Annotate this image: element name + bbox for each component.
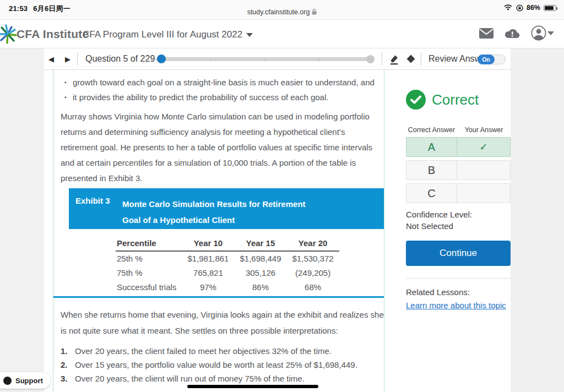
orientation-lock-icon xyxy=(516,4,523,12)
result-status: Correct xyxy=(406,90,511,110)
answer-option-b[interactable]: B xyxy=(406,160,511,180)
correct-check-badge xyxy=(406,90,426,110)
list-item: 3.Over 20 years, the client will run out… xyxy=(61,372,384,385)
question-toolbar: ◀ ▶ Question 5 of 229 Review Answer On xyxy=(44,48,511,70)
progress-tick xyxy=(265,57,265,61)
padlock-icon xyxy=(312,9,317,15)
confidence-label: Confidence Level: xyxy=(406,209,511,220)
answer-option-c[interactable]: C xyxy=(406,183,511,203)
envelope-icon xyxy=(479,28,494,39)
table-row: 25th % $1,981,861 $1,698,449 $1,530,372 xyxy=(116,251,339,265)
app-header: CFA Institute CFA Program Level III for … xyxy=(0,20,564,48)
question-content: it allows the client to specify goals se… xyxy=(53,70,384,392)
highlighter-button[interactable] xyxy=(388,48,400,69)
exhibit-label: Exhibit 3 xyxy=(75,196,122,229)
eraser-icon xyxy=(405,53,416,64)
previous-question-button[interactable]: ◀ xyxy=(48,48,54,69)
divider xyxy=(406,278,511,279)
your-answer-checkmark: ✓ xyxy=(457,138,510,156)
brand-name: CFA Institute xyxy=(17,28,89,41)
answer-column-labels: Correct Answer Your Answer xyxy=(406,126,511,134)
answer-sidebar: Correct Correct Answer Your Answer A ✓ B… xyxy=(406,70,511,311)
related-lesson-link[interactable]: Learn more about this topic xyxy=(406,301,506,310)
screen: 21:536月6日周一 study.cfainstitute.org 86% xyxy=(0,0,564,392)
table-header-row: Percentile Year 10 Year 15 Year 20 xyxy=(116,236,339,251)
answer-option-a[interactable]: A ✓ xyxy=(406,137,511,157)
support-tab[interactable]: Support xyxy=(0,372,51,389)
your-answer-column-label: Your Answer xyxy=(457,126,511,134)
list-item: 2.Over 15 years, the portfolio value wou… xyxy=(61,358,384,372)
table-header: Year 10 xyxy=(182,236,234,251)
panel-border xyxy=(384,70,384,392)
divider xyxy=(77,52,78,66)
your-answer-cell xyxy=(457,161,510,179)
check-icon xyxy=(410,95,421,104)
course-title: CFA Program Level III for August 2022 xyxy=(83,29,242,40)
answer-letter: A xyxy=(406,138,457,156)
toggle-on-label: On xyxy=(478,55,495,64)
exhibit-header: Exhibit 3 Monte Carlo Simulation Results… xyxy=(69,188,384,229)
mail-button[interactable] xyxy=(479,28,494,39)
highlighter-icon xyxy=(388,53,400,65)
continue-button[interactable]: Continue xyxy=(406,241,511,266)
support-icon xyxy=(3,377,12,385)
bullet-icon: ▪ xyxy=(61,79,73,85)
avatar-icon xyxy=(531,25,546,41)
paragraph: Murray shows Virginia how Monte Carlo si… xyxy=(61,109,384,186)
paragraph: Virginia recalls that Murray stated that… xyxy=(61,389,384,392)
bullet-item: ▪it provides the ability to predict the … xyxy=(61,90,384,105)
divider xyxy=(421,52,421,66)
question-counter: Question 5 of 229 xyxy=(85,48,155,69)
divider xyxy=(382,52,382,66)
result-label: Correct xyxy=(432,91,479,108)
progress-tick xyxy=(319,57,319,61)
numbered-list: 1.Over 20 years, the client failed to me… xyxy=(61,344,384,385)
table-row: 75th % 765,821 305,126 (249,205) xyxy=(116,265,339,280)
status-indicators: 86% xyxy=(503,4,556,12)
correct-answer-column-label: Correct Answer xyxy=(406,126,457,134)
confidence-value: Not Selected xyxy=(406,220,511,232)
progress-thumb[interactable] xyxy=(157,55,166,63)
progress-end-knob[interactable] xyxy=(366,55,375,63)
battery-percent: 86% xyxy=(527,4,540,12)
url-bar[interactable]: study.cfainstitute.org xyxy=(0,8,564,16)
chevron-down-icon xyxy=(246,33,253,37)
answer-letter: B xyxy=(406,161,457,179)
cfa-logo-icon xyxy=(0,23,19,46)
answer-letter: C xyxy=(406,184,457,203)
table-header: Percentile xyxy=(116,236,182,251)
account-button[interactable] xyxy=(531,25,554,41)
progress-tick xyxy=(210,57,211,61)
wifi-icon xyxy=(503,4,513,11)
url-text: study.cfainstitute.org xyxy=(247,8,310,16)
support-label: Support xyxy=(15,377,43,385)
exhibit-title: Monte Carlo Simulation Results for Retir… xyxy=(122,196,326,229)
related-lessons-label: Related Lessons: xyxy=(406,287,511,297)
battery-icon xyxy=(544,5,556,11)
account-chevron-icon xyxy=(547,31,554,35)
clipped-line-top: it allows the client to specify goals se… xyxy=(61,70,384,75)
right-gutter xyxy=(511,48,564,392)
bullet-item: ▪growth toward each goal on a straight-l… xyxy=(61,75,384,90)
exhibit-table: Percentile Year 10 Year 15 Year 20 25th … xyxy=(116,236,339,294)
next-question-button[interactable]: ▶ xyxy=(65,48,70,69)
table-header: Year 20 xyxy=(287,236,339,251)
exhibit-bottom-rule xyxy=(53,296,384,298)
list-item: 1.Over 20 years, the client failed to me… xyxy=(61,344,384,358)
bullet-icon: ▪ xyxy=(61,94,73,100)
cloud-alert-icon xyxy=(505,28,520,39)
sync-alert-button[interactable] xyxy=(505,28,520,39)
progress-slider[interactable] xyxy=(156,57,373,61)
status-bar: 21:536月6日周一 study.cfainstitute.org 86% xyxy=(0,0,564,20)
eraser-button[interactable] xyxy=(405,48,416,69)
left-gutter xyxy=(0,48,44,392)
review-answer-toggle[interactable]: On xyxy=(477,55,506,64)
paragraph: When she returns home that evening, Virg… xyxy=(61,307,384,339)
table-row: Successful trials 97% 86% 68% xyxy=(116,280,339,294)
table-header: Year 15 xyxy=(234,236,286,251)
highlight-annotation xyxy=(187,385,318,388)
your-answer-cell xyxy=(457,184,510,203)
course-dropdown[interactable]: CFA Program Level III for August 2022 xyxy=(83,29,253,40)
bullet-list: ▪growth toward each goal on a straight-l… xyxy=(61,75,384,105)
